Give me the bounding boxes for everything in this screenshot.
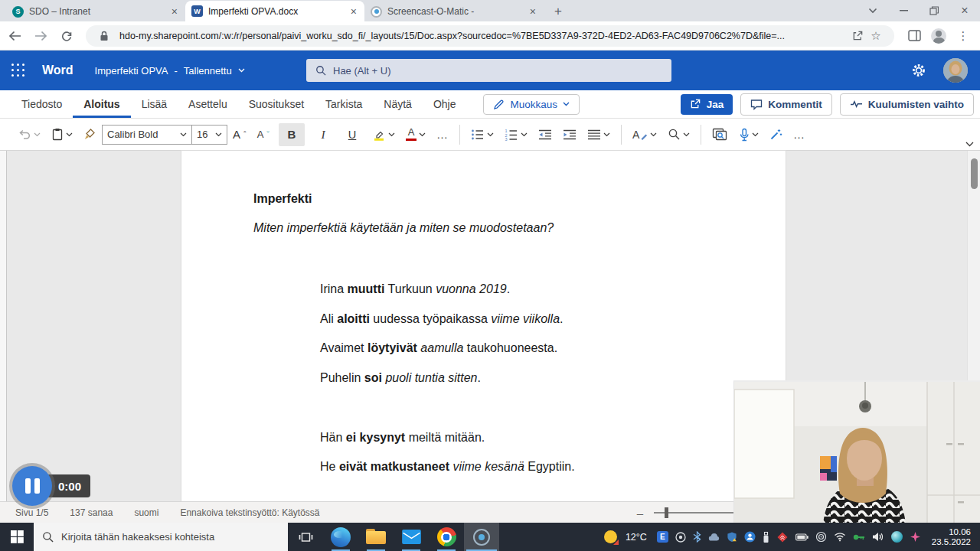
numbering-button[interactable]: 123 — [503, 123, 529, 146]
doc-sentence[interactable]: Irina muutti Turkuun vuonna 2019. — [320, 275, 763, 305]
doc-heading[interactable]: Imperfekti — [253, 192, 312, 206]
taskbar-clock[interactable]: 10.06 23.5.2022 — [932, 527, 971, 547]
collapse-ribbon-icon[interactable] — [965, 142, 974, 150]
underline-button[interactable]: U — [341, 123, 363, 146]
save-status[interactable]: Tallennettu — [184, 65, 232, 77]
wireless-display-icon[interactable] — [815, 531, 827, 543]
menu-tab-tiedosto[interactable]: Tiedosto — [11, 90, 73, 118]
font-name-select[interactable]: Calibri Bold — [102, 125, 192, 145]
scrollbar-thumb[interactable] — [971, 158, 978, 189]
task-view-button[interactable] — [288, 523, 323, 551]
document-title-bar[interactable]: Imperfekti OPVA - Tallennettu — [95, 65, 245, 77]
share-page-icon[interactable] — [848, 30, 867, 41]
font-size-select[interactable]: 16 — [192, 125, 227, 145]
profile-icon[interactable] — [926, 28, 951, 44]
immersive-reader-button[interactable] — [710, 123, 730, 146]
doc-subtitle[interactable]: Miten imperfektiä käytetään ja miten se … — [253, 221, 554, 235]
forward-icon[interactable] — [29, 24, 52, 47]
grow-font-button[interactable]: Aˆ — [231, 123, 248, 146]
app-name[interactable]: Word — [42, 64, 74, 77]
bluetooth-icon[interactable] — [693, 531, 701, 543]
settings-gear-icon[interactable] — [911, 63, 926, 78]
back-icon[interactable] — [3, 24, 26, 47]
menu-tab-asettelu[interactable]: Asettelu — [178, 90, 238, 118]
menu-tab-tarkista[interactable]: Tarkista — [315, 90, 373, 118]
wifi-icon[interactable] — [834, 532, 846, 542]
menu-tab-suositukset[interactable]: Suositukset — [238, 90, 315, 118]
weather-sun-icon[interactable] — [604, 530, 617, 543]
increase-indent-button[interactable] — [561, 123, 578, 146]
doc-sentence[interactable]: He eivät matkustaneet viime kesänä Egypt… — [320, 452, 763, 482]
reload-icon[interactable] — [55, 24, 78, 47]
page-count[interactable]: Sivu 1/5 — [15, 507, 48, 518]
doc-sentence[interactable]: Puhelin soi puoli tuntia sitten. — [320, 364, 763, 393]
browser-menu-icon[interactable]: ⋮ — [951, 29, 975, 43]
pause-recording-button[interactable] — [12, 466, 52, 506]
volume-icon[interactable] — [872, 532, 884, 542]
usb-device-icon[interactable] — [763, 531, 769, 543]
more-commands-icon[interactable]: … — [792, 123, 807, 146]
person-status-icon[interactable] — [744, 531, 756, 543]
highlight-button[interactable] — [371, 123, 397, 146]
tab-close-icon[interactable]: × — [528, 6, 537, 17]
restore-icon[interactable] — [919, 0, 949, 21]
cloud-icon[interactable] — [708, 532, 720, 542]
taskbar-edge-button[interactable] — [323, 523, 358, 551]
font-color-button[interactable]: A — [404, 123, 427, 146]
menu-tab-lisää[interactable]: Lisää — [131, 90, 178, 118]
account-avatar[interactable] — [943, 58, 968, 83]
predictive-text-indicator[interactable]: Ennakoiva tekstinsyöttö: Käytössä — [180, 507, 319, 518]
alignment-button[interactable] — [586, 123, 612, 146]
decrease-indent-button[interactable] — [537, 123, 554, 146]
temperature[interactable]: 12°C — [626, 532, 647, 543]
vpn-key-icon[interactable] — [853, 533, 865, 541]
editor-button[interactable] — [768, 123, 784, 146]
taskbar-chrome-button[interactable] — [429, 523, 464, 551]
taskbar-mail-button[interactable] — [394, 523, 429, 551]
address-bar[interactable]: hdo-my.sharepoint.com/:w:/r/personal/pai… — [86, 25, 894, 47]
format-painter-button[interactable] — [82, 123, 98, 146]
dictate-button[interactable] — [737, 123, 760, 146]
taskbar-search-input[interactable]: Kirjoita tähän hakeaksesi kohteista — [34, 523, 288, 551]
doc-sentence[interactable]: Avaimet löytyivät aamulla taukohuoneesta… — [320, 334, 763, 364]
app-star-icon[interactable] — [910, 531, 921, 543]
paste-button[interactable] — [50, 123, 74, 146]
start-button[interactable] — [0, 523, 34, 551]
taskbar-explorer-button[interactable] — [358, 523, 394, 551]
word-search-input[interactable]: Hae (Alt + U) — [306, 59, 671, 82]
browser-tab[interactable]: SSDO – Intranet× — [6, 2, 185, 21]
bold-button[interactable]: B — [279, 123, 305, 146]
browser-tab[interactable]: WImperfekti OPVA.docx× — [185, 1, 364, 21]
share-button[interactable]: Jaa — [681, 94, 733, 115]
zoom-out-icon[interactable]: – — [637, 507, 643, 520]
italic-button[interactable]: I — [312, 123, 334, 146]
antivirus-icon[interactable] — [776, 531, 789, 543]
language-indicator[interactable]: suomi — [134, 507, 158, 518]
tab-search-chevron-icon[interactable] — [858, 0, 888, 21]
undo-button[interactable] — [16, 123, 42, 146]
menu-tab-näytä[interactable]: Näytä — [373, 90, 423, 118]
menu-tab-aloitus[interactable]: Aloitus — [73, 90, 130, 118]
catch-up-button[interactable]: Kuulumisten vaihto — [840, 93, 974, 116]
editing-mode-button[interactable]: Muokkaus — [483, 94, 580, 115]
zoom-slider[interactable] — [654, 512, 733, 514]
zoom-slider-handle[interactable] — [665, 507, 668, 518]
doc-title[interactable]: Imperfekti OPVA — [95, 65, 168, 77]
shrink-font-button[interactable]: Aˇ — [256, 123, 271, 146]
new-tab-button[interactable]: + — [548, 2, 568, 21]
doc-sentence[interactable]: Hän ei kysynyt meiltä mitään. — [320, 423, 763, 453]
security-shield-icon[interactable] — [727, 531, 737, 543]
bookmark-star-icon[interactable]: ☆ — [867, 29, 885, 43]
battery-icon[interactable] — [795, 533, 808, 541]
styles-button[interactable]: A — [631, 123, 658, 146]
doc-sentence[interactable]: Ali aloitti uudessa työpaikassa viime vi… — [320, 305, 763, 334]
app-launcher-icon[interactable] — [11, 64, 25, 77]
tray-app-e-icon[interactable]: E — [657, 531, 668, 543]
taskbar-screencast-button[interactable] — [464, 523, 499, 551]
minimize-icon[interactable] — [888, 0, 919, 21]
tray-record-icon[interactable] — [675, 532, 686, 543]
tab-close-icon[interactable]: × — [349, 6, 358, 17]
more-font-options-icon[interactable]: … — [435, 123, 450, 146]
bullets-button[interactable] — [469, 123, 495, 146]
document-page[interactable]: Imperfekti Miten imperfektiä käytetään j… — [181, 151, 786, 501]
